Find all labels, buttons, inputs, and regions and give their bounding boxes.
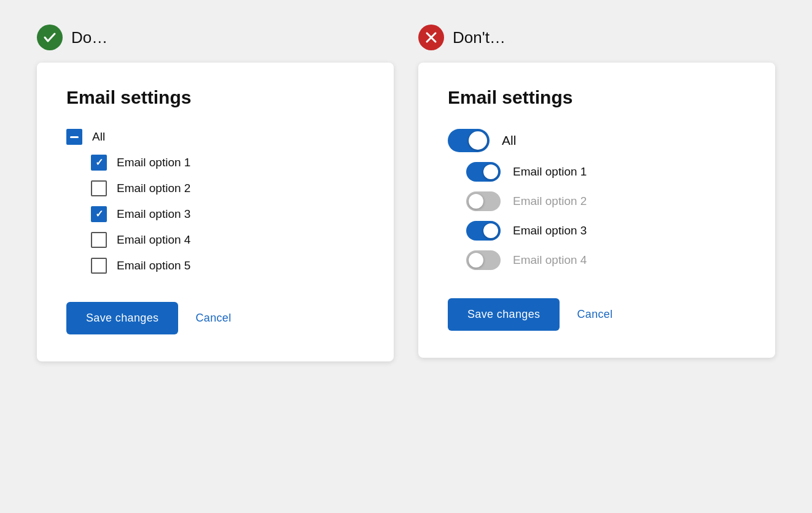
dont-option-1-item[interactable]: Email option 1 <box>448 158 746 185</box>
dont-header: Don't… <box>418 25 775 50</box>
dont-all-label: All <box>502 133 516 148</box>
page-wrapper: Do… Email settings All ✓ Email option 1 <box>0 0 812 513</box>
do-card-title: Email settings <box>66 87 364 108</box>
dont-icon <box>418 25 444 50</box>
dont-all-toggle[interactable] <box>448 129 490 152</box>
do-label: Do… <box>71 28 107 47</box>
dont-panel: Don't… Email settings All Email option 1 <box>418 25 775 358</box>
do-option-3-label: Email option 3 <box>117 207 190 221</box>
dont-all-item[interactable]: All <box>448 125 746 156</box>
checkmark-3: ✓ <box>95 209 103 219</box>
do-all-label: All <box>92 130 105 144</box>
dont-card-title: Email settings <box>448 87 746 108</box>
do-option-3-item[interactable]: ✓ Email option 3 <box>66 202 364 226</box>
checkmark-1: ✓ <box>95 158 103 168</box>
dont-save-button[interactable]: Save changes <box>448 298 560 331</box>
do-panel: Do… Email settings All ✓ Email option 1 <box>37 25 394 361</box>
dont-option-3-item[interactable]: Email option 3 <box>448 217 746 244</box>
dont-option-2-label: Email option 2 <box>513 195 587 208</box>
do-option-2-label: Email option 2 <box>117 182 190 195</box>
dont-option-1-toggle[interactable] <box>466 162 501 182</box>
do-option-4-label: Email option 4 <box>117 233 190 247</box>
dont-option-3-knob <box>483 223 498 238</box>
dont-option-2-toggle[interactable] <box>466 191 501 211</box>
dont-option-4-toggle[interactable] <box>466 250 501 270</box>
do-option-4-checkbox[interactable] <box>91 232 107 248</box>
dont-option-1-label: Email option 1 <box>513 165 587 179</box>
dont-cancel-button[interactable]: Cancel <box>577 308 612 321</box>
do-checkbox-list: All ✓ Email option 1 Email option 2 <box>66 125 364 277</box>
do-option-5-checkbox[interactable] <box>91 258 107 274</box>
indeterminate-line <box>70 136 79 138</box>
dont-option-4-knob <box>469 253 483 268</box>
dont-label: Don't… <box>453 28 506 47</box>
do-option-1-item[interactable]: ✓ Email option 1 <box>66 151 364 174</box>
do-card: Email settings All ✓ Email option 1 <box>37 63 394 361</box>
dont-option-4-item[interactable]: Email option 4 <box>448 247 746 274</box>
do-card-actions: Save changes Cancel <box>66 302 364 334</box>
do-all-item[interactable]: All <box>66 125 364 148</box>
do-all-checkbox[interactable] <box>66 129 82 145</box>
dont-card-actions: Save changes Cancel <box>448 298 746 331</box>
dont-option-4-label: Email option 4 <box>513 253 587 267</box>
dont-option-3-toggle[interactable] <box>466 221 501 241</box>
do-option-2-checkbox[interactable] <box>91 180 107 196</box>
do-option-1-label: Email option 1 <box>117 156 190 169</box>
dont-card: Email settings All Email option 1 <box>418 63 775 358</box>
dont-toggle-list: All Email option 1 Email option 2 <box>448 125 746 274</box>
dont-option-3-label: Email option 3 <box>513 224 587 237</box>
dont-option-2-knob <box>469 194 483 209</box>
do-icon <box>37 25 63 50</box>
dont-option-1-knob <box>483 164 498 179</box>
do-option-3-checkbox[interactable]: ✓ <box>91 206 107 222</box>
dont-all-toggle-knob <box>469 131 487 150</box>
do-header: Do… <box>37 25 394 50</box>
do-cancel-button[interactable]: Cancel <box>195 312 231 325</box>
do-save-button[interactable]: Save changes <box>66 302 178 334</box>
do-option-4-item[interactable]: Email option 4 <box>66 228 364 252</box>
do-option-5-label: Email option 5 <box>117 259 190 272</box>
do-option-5-item[interactable]: Email option 5 <box>66 254 364 277</box>
do-option-2-item[interactable]: Email option 2 <box>66 177 364 200</box>
do-option-1-checkbox[interactable]: ✓ <box>91 155 107 171</box>
dont-option-2-item[interactable]: Email option 2 <box>448 188 746 215</box>
